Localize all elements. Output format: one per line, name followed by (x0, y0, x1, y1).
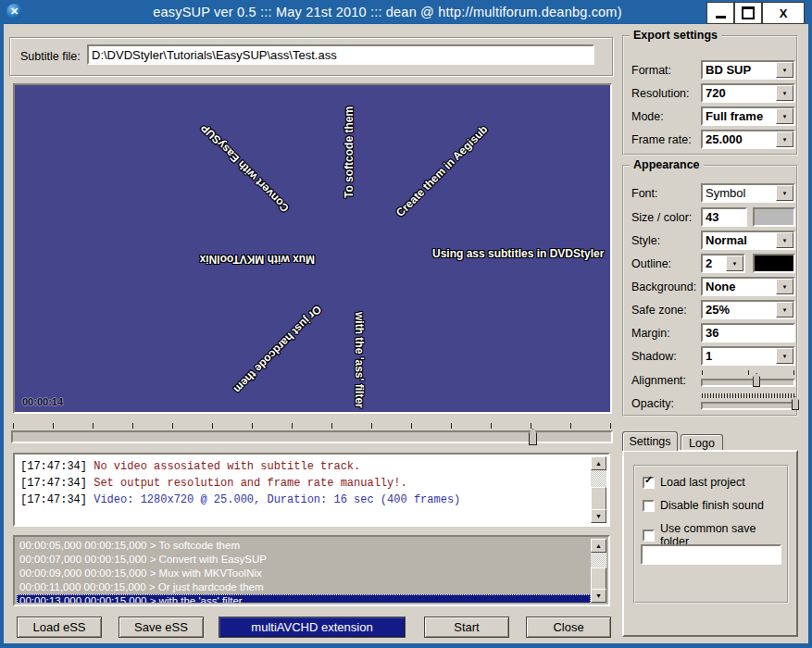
seek-bar[interactable] (11, 423, 613, 447)
alignment-channel[interactable] (701, 379, 795, 387)
checkbox-box[interactable]: ✓ (643, 500, 655, 512)
preview-subtitle-text: To softcode them (341, 106, 357, 198)
log-entry: [17:47:34] Set output resolution and fra… (20, 475, 587, 492)
seek-channel[interactable] (11, 430, 613, 443)
load-ess-button[interactable]: Load eSS (17, 617, 102, 638)
outline-label: Outline: (631, 257, 671, 270)
mode-dropdown[interactable]: Full frame ▼ (701, 106, 795, 126)
opacity-slider-thumb[interactable] (792, 396, 799, 410)
export-settings-title: Export settings (630, 29, 721, 42)
scrollbar-down-button[interactable]: ▼ (591, 509, 606, 523)
checkbox-box[interactable]: ✓ (643, 530, 655, 542)
list-item[interactable]: 00:00:07,000 00:00:15,000 > Convert with… (17, 553, 591, 567)
opacity-label: Opacity: (631, 397, 674, 410)
style-dropdown[interactable]: Normal ▼ (701, 231, 795, 250)
window-title: easySUP ver 0.5 ::: May 21st 2010 ::: de… (0, 5, 812, 19)
font-dropdown[interactable]: Symbol ▼ (701, 183, 795, 203)
log-box: [17:47:34] No video assosiated with subt… (13, 453, 610, 527)
log-timestamp: [17:47:34] (20, 477, 87, 490)
shadow-value: 1 (706, 349, 777, 363)
opacity-channel[interactable] (701, 402, 795, 410)
appearance-group: Appearance Font: Symbol ▼ Size / color: … (622, 165, 798, 417)
export-settings-group: Export settings Format: BD SUP ▼ Resolut… (622, 35, 798, 156)
dropdown-arrow-icon[interactable]: ▼ (776, 348, 793, 364)
resolution-dropdown[interactable]: 720 ▼ (701, 83, 795, 103)
dropdown-arrow-icon[interactable]: ▼ (776, 185, 793, 201)
close-button[interactable]: X (762, 2, 805, 24)
outline-color-swatch[interactable] (753, 254, 795, 273)
disable-finish-sound-checkbox[interactable]: ✓ Disable finish sound (643, 499, 764, 512)
checkbox-box[interactable]: ✓ (643, 477, 655, 489)
format-dropdown[interactable]: BD SUP ▼ (701, 60, 795, 80)
app-icon-glyph: ✕ (10, 6, 19, 17)
close-dialog-button[interactable]: Close (526, 617, 611, 638)
font-color-swatch[interactable] (753, 207, 795, 227)
safe-zone-dropdown[interactable]: 25% ▼ (701, 300, 795, 319)
subtitle-file-input[interactable] (87, 44, 594, 65)
save-ess-button[interactable]: Save eSS (119, 617, 204, 638)
list-item[interactable]: 00:00:11,000 00:00:15,000 > Or just hard… (17, 580, 591, 594)
common-save-folder-input[interactable] (641, 544, 781, 565)
preview-subtitle-text: Or just hardcode them (230, 302, 325, 397)
preview-subtitle-text: with the 'ass' filter (351, 312, 368, 408)
frame-rate-label: Frame rate: (631, 133, 692, 146)
log-timestamp: [17:47:34] (20, 460, 87, 473)
list-item[interactable]: 00:00:09,000 00:00:15,000 > Mux with MKV… (17, 567, 591, 580)
preview-subtitle-text: Using ass subtitles in DVDStyler (432, 245, 604, 262)
settings-options-group: ✓ Load last project ✓ Disable finish sou… (633, 465, 789, 604)
preview-subtitle-text: Create them in Aegisub (393, 121, 492, 220)
scrollbar-up-button[interactable]: ▲ (591, 539, 606, 553)
dropdown-arrow-icon[interactable]: ▼ (726, 255, 743, 271)
app-icon: ✕ (6, 4, 22, 19)
list-scrollbar[interactable]: ▲ ▼ (591, 539, 606, 603)
dropdown-arrow-icon[interactable]: ▼ (776, 62, 793, 78)
scrollbar-up-button[interactable]: ▲ (591, 456, 606, 470)
appearance-title: Appearance (630, 158, 704, 171)
dropdown-arrow-icon[interactable]: ▼ (776, 302, 793, 318)
log-message: Video: 1280x720 @ 25.000, Duration: 16 s… (94, 493, 460, 506)
dropdown-arrow-icon[interactable]: ▼ (776, 232, 793, 248)
title-bar[interactable]: ✕ easySUP ver 0.5 ::: May 21st 2010 ::: … (0, 0, 812, 24)
list-item[interactable]: 00:00:05,000 00:00:15,000 > To softcode … (17, 539, 591, 553)
dropdown-arrow-icon[interactable]: ▼ (776, 85, 793, 101)
scrollbar-down-button[interactable]: ▼ (591, 589, 606, 603)
load-last-project-checkbox[interactable]: ✓ Load last project (643, 476, 745, 489)
log-message: No video assosiated with subtitle track. (94, 460, 360, 473)
list-item-selected[interactable]: 00:00:13,000 00:00:15,000 > with the 'as… (17, 594, 591, 603)
alignment-slider-thumb[interactable] (753, 373, 760, 387)
dropdown-arrow-icon[interactable]: ▼ (776, 279, 793, 294)
tab-settings[interactable]: Settings (622, 431, 678, 451)
dropdown-arrow-icon[interactable]: ▼ (776, 108, 793, 124)
opacity-tick-marks (702, 393, 794, 398)
check-icon: ✓ (644, 475, 653, 485)
tab-logo[interactable]: Logo (681, 434, 723, 451)
log-scrollbar[interactable]: ▲ ▼ (591, 456, 606, 523)
checkbox-label: Disable finish sound (660, 499, 764, 512)
style-value: Normal (706, 233, 777, 247)
margin-input[interactable] (701, 323, 795, 343)
scroll-down-icon: ▼ (595, 513, 602, 519)
resolution-label: Resolution: (631, 87, 690, 100)
background-label: Background: (631, 280, 696, 293)
safe-zone-label: Safe zone: (631, 304, 687, 317)
shadow-dropdown[interactable]: 1 ▼ (701, 346, 795, 366)
minimize-button[interactable] (706, 2, 734, 24)
start-button[interactable]: Start (424, 617, 509, 638)
scroll-up-icon: ▲ (595, 542, 602, 549)
dropdown-arrow-icon[interactable]: ▼ (776, 131, 793, 147)
format-value: BD SUP (706, 63, 777, 77)
mode-value: Full frame (706, 109, 777, 123)
maximize-button[interactable] (734, 2, 762, 24)
multiavchd-extension-button[interactable]: multiAVCHD extension (219, 617, 406, 638)
resolution-value: 720 (706, 86, 777, 100)
frame-rate-dropdown[interactable]: 25.000 ▼ (701, 130, 795, 149)
alignment-slider[interactable] (701, 370, 795, 391)
background-dropdown[interactable]: None ▼ (701, 277, 795, 296)
outline-value: 2 (706, 256, 727, 270)
font-size-input[interactable] (701, 207, 747, 227)
minimize-icon (716, 16, 726, 19)
opacity-slider[interactable] (701, 393, 795, 414)
subtitle-list: 00:00:05,000 00:00:15,000 > To softcode … (13, 535, 610, 606)
outline-dropdown[interactable]: 2 ▼ (701, 254, 745, 273)
alignment-label: Alignment: (631, 374, 686, 387)
